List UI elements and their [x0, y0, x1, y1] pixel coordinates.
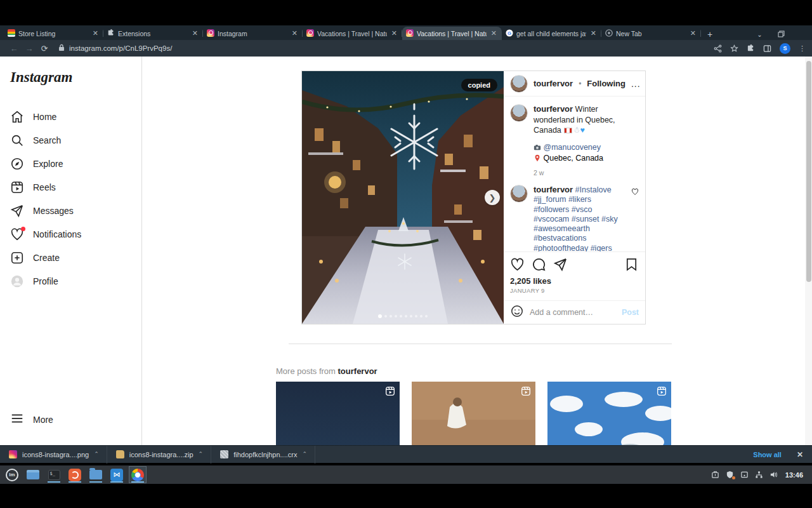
location-text[interactable]: Quebec, Canada [543, 154, 603, 163]
shield-tray-icon[interactable] [726, 471, 734, 479]
hashtags-text[interactable]: #Instalove #jj_forum #likers #followers … [534, 185, 624, 251]
caption-username[interactable]: tourfervor [534, 104, 573, 114]
emoji-icon[interactable] [510, 304, 524, 321]
more-posts-prefix: More posts from [276, 366, 338, 376]
download-item-crx[interactable]: fihdopfkclnjhpn....crx⌃ [211, 446, 315, 464]
comment-avatar[interactable] [510, 185, 528, 203]
volume-tray-icon[interactable] [769, 471, 778, 479]
sidebar-item-home[interactable]: Home [0, 105, 141, 128]
taskbar-files-icon[interactable] [88, 467, 104, 483]
share-post-icon[interactable] [553, 257, 568, 272]
sidebar-item-search[interactable]: Search [0, 128, 141, 152]
profile-avatar[interactable]: S [780, 43, 790, 54]
network-tray-icon[interactable] [755, 471, 763, 479]
tab-5[interactable]: Vacations | Travel | Nature on✕ [402, 27, 502, 40]
download-item-zip[interactable]: icons8-instagra....zip⌃ [107, 446, 211, 464]
comment-username[interactable]: tourfervor [534, 185, 573, 194]
new-tab-button[interactable]: + [701, 29, 719, 39]
sidebar-item-reels[interactable]: Reels [0, 175, 141, 199]
window-restore-icon[interactable] [778, 29, 785, 40]
extensions-icon[interactable] [747, 44, 755, 53]
comment-like-icon[interactable] [631, 187, 639, 251]
taskbar-desktop-icon[interactable] [25, 467, 41, 483]
post-thumbnail-night-sky[interactable] [276, 382, 400, 445]
likes-count[interactable]: 2,205 likes [504, 275, 645, 286]
url-text[interactable]: instagram.com/p/CnL9PrvPq9s/ [69, 44, 172, 52]
like-icon[interactable] [510, 257, 525, 272]
share-icon[interactable] [714, 44, 722, 53]
taskbar-terminal-icon[interactable]: $_ [46, 467, 62, 483]
taskbar-firefox-icon[interactable] [67, 467, 83, 483]
more-posts-username[interactable]: tourfervor [338, 366, 377, 376]
following-button[interactable]: Following [587, 79, 625, 88]
post-thumbnail-dead-sea[interactable] [412, 382, 535, 445]
carousel-dot-8[interactable] [415, 315, 417, 318]
author-avatar[interactable] [510, 75, 528, 93]
post-comment-button[interactable]: Post [622, 308, 639, 317]
address-bar[interactable]: instagram.com/p/CnL9PrvPq9s/ [58, 43, 714, 54]
close-downloads-icon[interactable]: ✕ [797, 450, 803, 459]
tab-close-icon[interactable]: ✕ [689, 29, 697, 37]
sidebar-item-messages[interactable]: Messages [0, 199, 141, 222]
tab-2[interactable]: Extensions✕ [103, 27, 203, 40]
carousel-dot-9[interactable] [420, 315, 422, 318]
post-options-icon[interactable]: ... [631, 79, 641, 89]
tab-6[interactable]: Gget all child elements javascri✕ [502, 27, 601, 40]
tab-close-icon[interactable]: ✕ [291, 29, 299, 37]
carousel-dot-10[interactable] [425, 315, 428, 318]
credit-mention[interactable]: @manucoveney [543, 143, 601, 152]
author-username[interactable]: tourfervor [534, 79, 573, 88]
save-icon[interactable] [624, 257, 639, 272]
post-media[interactable]: copied ❯ [302, 71, 504, 324]
tab-4[interactable]: Vacations | Travel | Nature (@✕ [303, 27, 402, 40]
tab-close-icon[interactable]: ✕ [589, 29, 598, 37]
page-scrollbar[interactable] [805, 57, 812, 445]
scrollbar-thumb[interactable] [806, 61, 811, 282]
download-caret-icon[interactable]: ⌃ [199, 451, 204, 457]
carousel-dot-5[interactable] [400, 315, 402, 318]
bookmark-star-icon[interactable] [730, 44, 738, 53]
separator-dot: • [579, 79, 581, 88]
tab-close-icon[interactable]: ✕ [91, 29, 100, 37]
sidebar-item-explore[interactable]: Explore [0, 152, 141, 175]
clock[interactable]: 13:46 [785, 471, 803, 479]
post-thumbnail-clouds[interactable] [547, 382, 671, 445]
carousel-dot-7[interactable] [410, 315, 412, 318]
tab-close-icon[interactable]: ✕ [191, 29, 199, 37]
back-button[interactable]: ← [6, 44, 22, 53]
carousel-dot-1[interactable] [378, 314, 382, 318]
download-item-png[interactable]: icons8-instagra....png⌃ [0, 446, 107, 464]
comment-input[interactable]: Add a comment… [530, 308, 616, 317]
tab-3[interactable]: Instagram✕ [203, 27, 303, 40]
tab-search-chevron-icon[interactable]: ⌄ [757, 31, 762, 38]
carousel-dot-6[interactable] [405, 315, 407, 318]
reload-button[interactable]: ⟳ [37, 44, 52, 53]
sidebar-item-profile[interactable]: Profile [0, 269, 141, 293]
taskbar-mint-menu-icon[interactable]: lm [4, 467, 20, 483]
display-tray-icon[interactable] [740, 471, 749, 479]
tab-1[interactable]: Store Listing✕ [4, 27, 103, 40]
carousel-dot-2[interactable] [384, 315, 387, 318]
caption-avatar[interactable] [510, 104, 528, 122]
caption-row: tourfervor Winter wonderland in Quebec, … [510, 104, 639, 177]
sidebar-item-notifications[interactable]: Notifications [0, 222, 141, 246]
browser-menu-icon[interactable]: ⋮ [799, 44, 806, 53]
forward-button[interactable]: → [22, 44, 37, 53]
carousel-dot-3[interactable] [390, 315, 392, 318]
comment-icon[interactable] [532, 257, 546, 272]
tab-7[interactable]: New Tab✕ [601, 27, 701, 40]
sidebar-item-create[interactable]: Create [0, 246, 141, 269]
package-tray-icon[interactable] [711, 471, 719, 479]
taskbar-chrome-icon[interactable] [129, 467, 146, 483]
tab-close-icon[interactable]: ✕ [390, 29, 398, 37]
tab-close-icon[interactable]: ✕ [490, 29, 498, 37]
carousel-dot-4[interactable] [395, 315, 397, 318]
side-panel-icon[interactable] [763, 44, 771, 53]
show-all-downloads-button[interactable]: Show all [748, 448, 787, 461]
taskbar-vscode-icon[interactable]: ⋈ [108, 467, 125, 483]
download-caret-icon[interactable]: ⌃ [94, 451, 99, 457]
instagram-logo[interactable]: Instagram [0, 57, 141, 86]
carousel-next-button[interactable]: ❯ [485, 190, 500, 205]
sidebar-item-more[interactable]: More [0, 408, 141, 431]
download-caret-icon[interactable]: ⌃ [302, 451, 307, 457]
